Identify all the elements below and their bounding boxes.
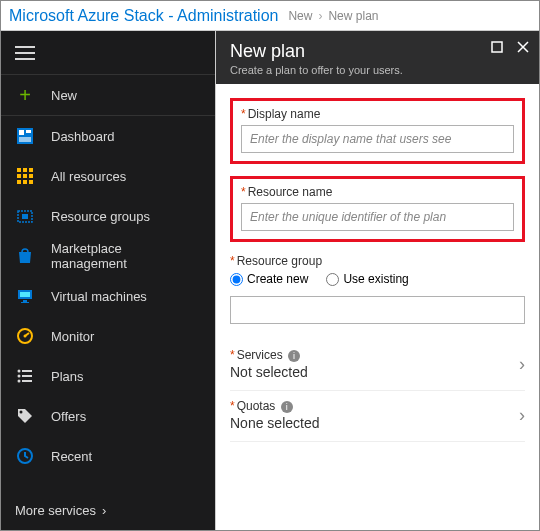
sidebar-item-label: Monitor <box>51 329 94 344</box>
svg-rect-14 <box>22 214 28 219</box>
svg-rect-16 <box>20 292 30 297</box>
chevron-right-icon: › <box>519 354 525 375</box>
sidebar-item-all-resources[interactable]: All resources <box>1 156 215 196</box>
sidebar: + New Dashboard All resources <box>1 31 215 530</box>
svg-rect-2 <box>26 130 31 133</box>
sidebar-item-label: Recent <box>51 449 92 464</box>
chevron-right-icon: › <box>318 9 322 23</box>
svg-rect-12 <box>29 180 33 184</box>
sidebar-item-recent[interactable]: Recent <box>1 436 215 476</box>
more-services-label: More services <box>15 503 96 518</box>
app-title: Microsoft Azure Stack - Administration <box>9 7 278 25</box>
quotas-label: *Quotas i <box>230 399 320 413</box>
topbar: Microsoft Azure Stack - Administration N… <box>1 1 539 31</box>
svg-rect-5 <box>23 168 27 172</box>
highlight-display-name: *Display name <box>230 98 525 164</box>
svg-rect-29 <box>492 42 502 52</box>
resource-group-icon <box>15 206 35 226</box>
resource-group-field: *Resource group Create new Use existing <box>230 254 525 324</box>
maximize-icon <box>491 41 503 53</box>
sidebar-item-virtual-machines[interactable]: Virtual machines <box>1 276 215 316</box>
svg-rect-10 <box>17 180 21 184</box>
display-name-label: *Display name <box>241 107 514 121</box>
sidebar-item-resource-groups[interactable]: Resource groups <box>1 196 215 236</box>
svg-rect-11 <box>23 180 27 184</box>
breadcrumb: New › New plan <box>288 9 378 23</box>
sidebar-item-label: Virtual machines <box>51 289 147 304</box>
maximize-button[interactable] <box>491 41 503 53</box>
svg-point-21 <box>18 370 21 373</box>
sidebar-item-plans[interactable]: Plans <box>1 356 215 396</box>
sidebar-item-monitor[interactable]: Monitor <box>1 316 215 356</box>
blade-subtitle: Create a plan to offer to your users. <box>230 64 525 76</box>
svg-rect-4 <box>17 168 21 172</box>
info-icon: i <box>288 350 300 362</box>
svg-rect-22 <box>22 370 32 372</box>
breadcrumb-item[interactable]: New <box>288 9 312 23</box>
sidebar-item-label: Plans <box>51 369 84 384</box>
close-button[interactable] <box>517 41 529 53</box>
services-label: *Services i <box>230 348 308 362</box>
gauge-icon <box>15 326 35 346</box>
plus-icon: + <box>15 85 35 105</box>
chevron-right-icon: › <box>102 503 106 518</box>
radio-use-existing[interactable]: Use existing <box>326 272 408 286</box>
breadcrumb-item[interactable]: New plan <box>328 9 378 23</box>
resource-group-input[interactable] <box>230 296 525 324</box>
resource-name-input[interactable] <box>241 203 514 231</box>
svg-rect-17 <box>23 300 27 302</box>
grid-icon <box>15 166 35 186</box>
resource-name-label: *Resource name <box>241 185 514 199</box>
svg-rect-1 <box>19 130 24 135</box>
highlight-resource-name: *Resource name <box>230 176 525 242</box>
quotas-value: None selected <box>230 415 320 431</box>
svg-rect-8 <box>23 174 27 178</box>
sidebar-item-offers[interactable]: Offers <box>1 396 215 436</box>
sidebar-item-dashboard[interactable]: Dashboard <box>1 116 215 156</box>
sidebar-item-label: Dashboard <box>51 129 115 144</box>
svg-rect-24 <box>22 375 32 377</box>
svg-rect-9 <box>29 174 33 178</box>
svg-rect-26 <box>22 380 32 382</box>
svg-point-27 <box>20 411 23 414</box>
svg-point-20 <box>24 335 27 338</box>
radio-create-new[interactable]: Create new <box>230 272 308 286</box>
services-value: Not selected <box>230 364 308 380</box>
monitor-icon <box>15 286 35 306</box>
svg-rect-7 <box>17 174 21 178</box>
more-services-button[interactable]: More services › <box>1 491 215 530</box>
blade-header: New plan Create a plan to offer to your … <box>216 31 539 84</box>
quotas-selector[interactable]: *Quotas i None selected › <box>230 391 525 442</box>
sidebar-item-label: Offers <box>51 409 86 424</box>
sidebar-item-label: Marketplace management <box>51 241 201 271</box>
dashboard-icon <box>15 126 35 146</box>
sidebar-item-new[interactable]: + New <box>1 75 215 115</box>
blade-title: New plan <box>230 41 525 62</box>
list-icon <box>15 366 35 386</box>
sidebar-item-label: All resources <box>51 169 126 184</box>
hamburger-icon <box>15 46 35 60</box>
info-icon: i <box>281 401 293 413</box>
shopping-bag-icon <box>15 246 35 266</box>
svg-point-23 <box>18 375 21 378</box>
services-selector[interactable]: *Services i Not selected › <box>230 340 525 391</box>
resource-group-label: *Resource group <box>230 254 525 268</box>
sidebar-item-marketplace[interactable]: Marketplace management <box>1 236 215 276</box>
blade-new-plan: New plan Create a plan to offer to your … <box>215 31 539 530</box>
clock-icon <box>15 446 35 466</box>
close-icon <box>517 41 529 53</box>
sidebar-item-label: New <box>51 88 77 103</box>
svg-point-25 <box>18 380 21 383</box>
svg-rect-18 <box>21 302 29 303</box>
sidebar-item-label: Resource groups <box>51 209 150 224</box>
chevron-right-icon: › <box>519 405 525 426</box>
tag-icon <box>15 406 35 426</box>
hamburger-button[interactable] <box>1 31 215 75</box>
display-name-input[interactable] <box>241 125 514 153</box>
svg-rect-6 <box>29 168 33 172</box>
svg-rect-3 <box>19 137 31 142</box>
